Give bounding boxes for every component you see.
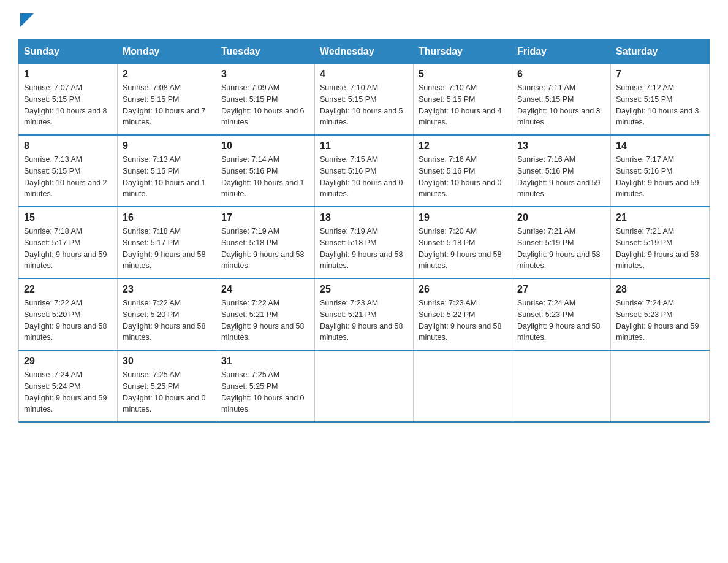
day-number: 11 [320,140,408,151]
day-number: 10 [221,140,309,151]
calendar-cell: 17Sunrise: 7:19 AMSunset: 5:18 PMDayligh… [216,207,315,278]
calendar-cell: 4Sunrise: 7:10 AMSunset: 5:15 PMDaylight… [315,64,414,136]
day-info: Sunrise: 7:22 AMSunset: 5:21 PMDaylight:… [221,297,309,343]
day-info: Sunrise: 7:18 AMSunset: 5:17 PMDaylight:… [24,226,112,272]
day-info: Sunrise: 7:16 AMSunset: 5:16 PMDaylight:… [517,154,605,200]
calendar-cell [512,350,611,422]
calendar-cell: 22Sunrise: 7:22 AMSunset: 5:20 PMDayligh… [19,278,118,350]
day-number: 27 [517,284,605,295]
day-number: 30 [123,356,211,367]
calendar-cell: 28Sunrise: 7:24 AMSunset: 5:23 PMDayligh… [611,278,710,350]
day-info: Sunrise: 7:22 AMSunset: 5:20 PMDaylight:… [123,297,211,343]
calendar-cell: 5Sunrise: 7:10 AMSunset: 5:15 PMDaylight… [414,64,512,136]
calendar-cell: 12Sunrise: 7:16 AMSunset: 5:16 PMDayligh… [414,135,512,207]
day-info: Sunrise: 7:14 AMSunset: 5:16 PMDaylight:… [221,154,309,200]
day-info: Sunrise: 7:22 AMSunset: 5:20 PMDaylight:… [24,297,112,343]
svg-marker-0 [20,13,34,27]
logo-triangle-icon [20,13,34,27]
calendar-cell: 27Sunrise: 7:24 AMSunset: 5:23 PMDayligh… [512,278,611,350]
day-number: 16 [123,212,211,223]
page-header [18,12,710,27]
day-info: Sunrise: 7:16 AMSunset: 5:16 PMDaylight:… [419,154,507,200]
calendar-week-row: 29Sunrise: 7:24 AMSunset: 5:24 PMDayligh… [19,350,710,422]
calendar-cell: 24Sunrise: 7:22 AMSunset: 5:21 PMDayligh… [216,278,315,350]
day-number: 2 [123,69,211,80]
calendar-table: SundayMondayTuesdayWednesdayThursdayFrid… [18,39,710,423]
weekday-header-friday: Friday [512,40,611,64]
day-number: 18 [320,212,408,223]
calendar-cell [414,350,512,422]
day-info: Sunrise: 7:15 AMSunset: 5:16 PMDaylight:… [320,154,408,200]
day-number: 14 [616,140,704,151]
weekday-header-tuesday: Tuesday [216,40,315,64]
calendar-cell: 23Sunrise: 7:22 AMSunset: 5:20 PMDayligh… [118,278,216,350]
day-number: 24 [221,284,309,295]
calendar-cell: 15Sunrise: 7:18 AMSunset: 5:17 PMDayligh… [19,207,118,278]
day-info: Sunrise: 7:25 AMSunset: 5:25 PMDaylight:… [221,369,309,415]
calendar-cell: 10Sunrise: 7:14 AMSunset: 5:16 PMDayligh… [216,135,315,207]
calendar-cell: 8Sunrise: 7:13 AMSunset: 5:15 PMDaylight… [19,135,118,207]
day-info: Sunrise: 7:18 AMSunset: 5:17 PMDaylight:… [123,226,211,272]
day-info: Sunrise: 7:10 AMSunset: 5:15 PMDaylight:… [320,82,408,128]
logo [18,12,34,27]
weekday-header-sunday: Sunday [19,40,118,64]
day-number: 23 [123,284,211,295]
day-number: 17 [221,212,309,223]
day-number: 6 [517,69,605,80]
day-info: Sunrise: 7:21 AMSunset: 5:19 PMDaylight:… [616,226,704,272]
calendar-cell: 21Sunrise: 7:21 AMSunset: 5:19 PMDayligh… [611,207,710,278]
calendar-cell: 19Sunrise: 7:20 AMSunset: 5:18 PMDayligh… [414,207,512,278]
day-number: 1 [24,69,112,80]
weekday-header-row: SundayMondayTuesdayWednesdayThursdayFrid… [19,40,710,64]
calendar-cell: 13Sunrise: 7:16 AMSunset: 5:16 PMDayligh… [512,135,611,207]
calendar-cell: 30Sunrise: 7:25 AMSunset: 5:25 PMDayligh… [118,350,216,422]
day-number: 22 [24,284,112,295]
calendar-cell [611,350,710,422]
day-number: 5 [419,69,507,80]
day-number: 28 [616,284,704,295]
day-info: Sunrise: 7:23 AMSunset: 5:22 PMDaylight:… [419,297,507,343]
day-info: Sunrise: 7:20 AMSunset: 5:18 PMDaylight:… [419,226,507,272]
day-info: Sunrise: 7:25 AMSunset: 5:25 PMDaylight:… [123,369,211,415]
day-info: Sunrise: 7:07 AMSunset: 5:15 PMDaylight:… [24,82,112,128]
day-number: 21 [616,212,704,223]
calendar-week-row: 15Sunrise: 7:18 AMSunset: 5:17 PMDayligh… [19,207,710,278]
calendar-cell [315,350,414,422]
day-number: 3 [221,69,309,80]
day-number: 19 [419,212,507,223]
day-info: Sunrise: 7:11 AMSunset: 5:15 PMDaylight:… [517,82,605,128]
day-number: 20 [517,212,605,223]
calendar-week-row: 1Sunrise: 7:07 AMSunset: 5:15 PMDaylight… [19,64,710,136]
day-number: 25 [320,284,408,295]
weekday-header-saturday: Saturday [611,40,710,64]
weekday-header-monday: Monday [118,40,216,64]
day-info: Sunrise: 7:24 AMSunset: 5:24 PMDaylight:… [24,369,112,415]
day-info: Sunrise: 7:13 AMSunset: 5:15 PMDaylight:… [123,154,211,200]
calendar-week-row: 8Sunrise: 7:13 AMSunset: 5:15 PMDaylight… [19,135,710,207]
day-info: Sunrise: 7:08 AMSunset: 5:15 PMDaylight:… [123,82,211,128]
day-number: 13 [517,140,605,151]
calendar-cell: 31Sunrise: 7:25 AMSunset: 5:25 PMDayligh… [216,350,315,422]
day-info: Sunrise: 7:12 AMSunset: 5:15 PMDaylight:… [616,82,704,128]
calendar-cell: 3Sunrise: 7:09 AMSunset: 5:15 PMDaylight… [216,64,315,136]
weekday-header-thursday: Thursday [414,40,512,64]
day-info: Sunrise: 7:13 AMSunset: 5:15 PMDaylight:… [24,154,112,200]
day-info: Sunrise: 7:23 AMSunset: 5:21 PMDaylight:… [320,297,408,343]
calendar-cell: 29Sunrise: 7:24 AMSunset: 5:24 PMDayligh… [19,350,118,422]
day-number: 9 [123,140,211,151]
calendar-cell: 25Sunrise: 7:23 AMSunset: 5:21 PMDayligh… [315,278,414,350]
calendar-cell: 18Sunrise: 7:19 AMSunset: 5:18 PMDayligh… [315,207,414,278]
day-info: Sunrise: 7:17 AMSunset: 5:16 PMDaylight:… [616,154,704,200]
day-info: Sunrise: 7:10 AMSunset: 5:15 PMDaylight:… [419,82,507,128]
calendar-cell: 6Sunrise: 7:11 AMSunset: 5:15 PMDaylight… [512,64,611,136]
day-number: 31 [221,356,309,367]
calendar-cell: 1Sunrise: 7:07 AMSunset: 5:15 PMDaylight… [19,64,118,136]
day-info: Sunrise: 7:21 AMSunset: 5:19 PMDaylight:… [517,226,605,272]
day-info: Sunrise: 7:09 AMSunset: 5:15 PMDaylight:… [221,82,309,128]
calendar-cell: 16Sunrise: 7:18 AMSunset: 5:17 PMDayligh… [118,207,216,278]
day-number: 29 [24,356,112,367]
day-info: Sunrise: 7:19 AMSunset: 5:18 PMDaylight:… [320,226,408,272]
calendar-week-row: 22Sunrise: 7:22 AMSunset: 5:20 PMDayligh… [19,278,710,350]
calendar-cell: 7Sunrise: 7:12 AMSunset: 5:15 PMDaylight… [611,64,710,136]
day-info: Sunrise: 7:24 AMSunset: 5:23 PMDaylight:… [616,297,704,343]
